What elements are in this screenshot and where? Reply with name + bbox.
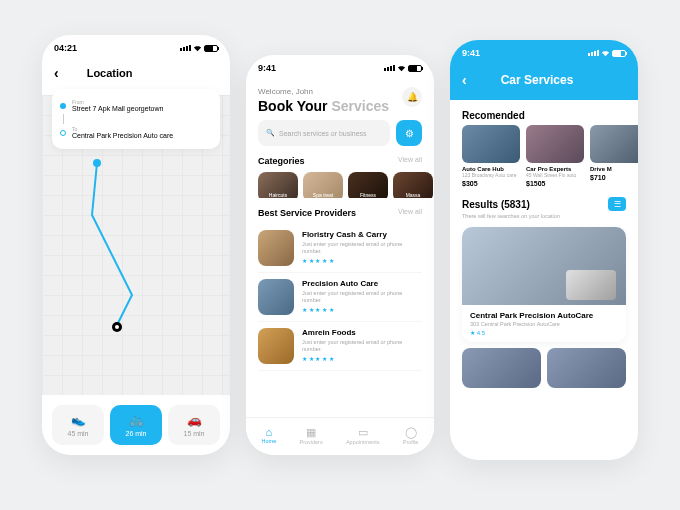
- recommended-name: Drive M: [590, 166, 638, 172]
- thumbnail[interactable]: [462, 348, 541, 388]
- battery-icon: [408, 65, 422, 72]
- category-item[interactable]: Fitness: [348, 172, 388, 198]
- walk-icon: 👟: [56, 413, 100, 427]
- category-label: Fitness: [348, 192, 388, 198]
- results-subtitle: There will few searches on your location: [450, 213, 638, 219]
- recommended-image: [590, 125, 638, 163]
- notifications-button[interactable]: 🔔: [402, 87, 422, 107]
- result-name: Central Park Precision AutoCare: [470, 311, 618, 320]
- recommended-title: Recomended: [450, 100, 638, 125]
- status-icons: [588, 49, 626, 58]
- tab-bar: ⌂Home ▦Providers ▭Appointments ◯Profile: [246, 417, 434, 455]
- battery-icon: [612, 50, 626, 57]
- header: ‹ Car Services: [450, 66, 638, 100]
- wifi-icon: [397, 64, 406, 73]
- time: 9:41: [462, 48, 480, 58]
- result-card[interactable]: Central Park Precision AutoCare 303 Cent…: [462, 227, 626, 342]
- view-all-link[interactable]: View all: [398, 156, 422, 166]
- status-bar: 9:41: [450, 40, 638, 66]
- recommended-list[interactable]: Auto Care Hub 123 Broadway Auto care $30…: [450, 125, 638, 187]
- signal-icon: [384, 65, 395, 71]
- home-icon: ⌂: [262, 426, 277, 438]
- results-filter-button[interactable]: ☰: [608, 197, 626, 211]
- header: Welcome, John Book Your Services 🔔: [246, 81, 434, 120]
- back-button[interactable]: ‹: [462, 72, 467, 88]
- filter-button[interactable]: ⚙: [396, 120, 422, 146]
- page-title: Location: [87, 67, 133, 79]
- provider-image: [258, 279, 294, 315]
- rating-stars: ★ ★ ★ ★ ★: [302, 355, 422, 362]
- tab-profile[interactable]: ◯Profile: [403, 426, 419, 445]
- provider-item[interactable]: Floristry Cash & Carry Just enter your r…: [258, 224, 422, 273]
- section-title: Best Service Providers: [258, 208, 356, 218]
- battery-icon: [204, 45, 218, 52]
- view-all-link[interactable]: View all: [398, 208, 422, 218]
- result-image: [462, 227, 626, 305]
- route-from[interactable]: From Street 7 Apk Mall georgetown: [60, 97, 212, 114]
- tab-providers[interactable]: ▦Providers: [299, 426, 322, 445]
- recommended-item[interactable]: Car Pro Experts 45 Wall Street Fix auto …: [526, 125, 584, 187]
- result-address: 303 Central Park Precision AutoCare: [470, 321, 618, 327]
- recommended-sub: 123 Broadway Auto care: [462, 172, 520, 178]
- back-button[interactable]: ‹: [54, 65, 59, 81]
- to-address: Central Park Precision Auto care: [72, 132, 173, 139]
- from-address: Street 7 Apk Mall georgetown: [72, 105, 163, 112]
- recommended-sub: 45 Wall Street Fix auto: [526, 172, 584, 178]
- provider-desc: Just enter your registered email or phon…: [302, 290, 422, 304]
- recommended-price: $710: [590, 174, 638, 181]
- thumbnail[interactable]: [547, 348, 626, 388]
- tab-appointments[interactable]: ▭Appointments: [346, 426, 380, 445]
- section-title: Categories: [258, 156, 305, 166]
- status-bar: 04:21: [42, 35, 230, 61]
- wifi-icon: [193, 44, 202, 53]
- providers-header: Best Service Providers View all: [246, 198, 434, 224]
- search-row: 🔍 Search services or business ⚙: [246, 120, 434, 146]
- provider-image: [258, 328, 294, 364]
- transport-time: 15 min: [183, 430, 204, 437]
- filter-icon: ☰: [614, 200, 621, 209]
- results-header: Results (5831) ☰: [450, 187, 638, 213]
- car-icon: 🚗: [172, 413, 216, 427]
- categories-list[interactable]: Haircuts Spa treat Fitness Massa: [246, 172, 434, 198]
- route-card: From Street 7 Apk Mall georgetown To Cen…: [52, 89, 220, 149]
- recommended-image: [526, 125, 584, 163]
- search-icon: 🔍: [266, 129, 275, 137]
- provider-item[interactable]: Amrein Foods Just enter your registered …: [258, 322, 422, 371]
- category-item[interactable]: Haircuts: [258, 172, 298, 198]
- transport-bike[interactable]: 🚲 26 min: [110, 405, 162, 445]
- home-screen: 9:41 Welcome, John Book Your Services 🔔 …: [246, 55, 434, 455]
- wifi-icon: [601, 49, 610, 58]
- filter-icon: ⚙: [405, 128, 414, 139]
- provider-name: Amrein Foods: [302, 328, 422, 337]
- recommended-price: $1505: [526, 180, 584, 187]
- transport-car[interactable]: 🚗 15 min: [168, 405, 220, 445]
- category-item[interactable]: Massa: [393, 172, 433, 198]
- bike-icon: 🚲: [114, 413, 158, 427]
- tab-home[interactable]: ⌂Home: [262, 426, 277, 445]
- provider-desc: Just enter your registered email or phon…: [302, 241, 422, 255]
- transport-time: 26 min: [125, 430, 146, 437]
- recommended-price: $305: [462, 180, 520, 187]
- category-item[interactable]: Spa treat: [303, 172, 343, 198]
- provider-item[interactable]: Precision Auto Care Just enter your regi…: [258, 273, 422, 322]
- recommended-item[interactable]: Auto Care Hub 123 Broadway Auto care $30…: [462, 125, 520, 187]
- transport-walk[interactable]: 👟 45 min: [52, 405, 104, 445]
- category-label: Spa treat: [303, 192, 343, 198]
- time: 04:21: [54, 43, 77, 53]
- provider-name: Precision Auto Care: [302, 279, 422, 288]
- page-title: Car Services: [501, 73, 574, 87]
- route-connector: [63, 114, 64, 124]
- profile-icon: ◯: [403, 426, 419, 439]
- categories-header: Categories View all: [246, 146, 434, 172]
- result-rating: ★ 4.5: [470, 329, 618, 336]
- provider-desc: Just enter your registered email or phon…: [302, 339, 422, 353]
- signal-icon: [180, 45, 191, 51]
- status-icons: [384, 64, 422, 73]
- recommended-item[interactable]: Drive M $710: [590, 125, 638, 187]
- search-input[interactable]: 🔍 Search services or business: [258, 120, 390, 146]
- svg-point-2: [115, 325, 119, 329]
- time: 9:41: [258, 63, 276, 73]
- heading: Book Your Services: [258, 98, 389, 114]
- provider-name: Floristry Cash & Carry: [302, 230, 422, 239]
- route-to[interactable]: To Central Park Precision Auto care: [60, 124, 212, 141]
